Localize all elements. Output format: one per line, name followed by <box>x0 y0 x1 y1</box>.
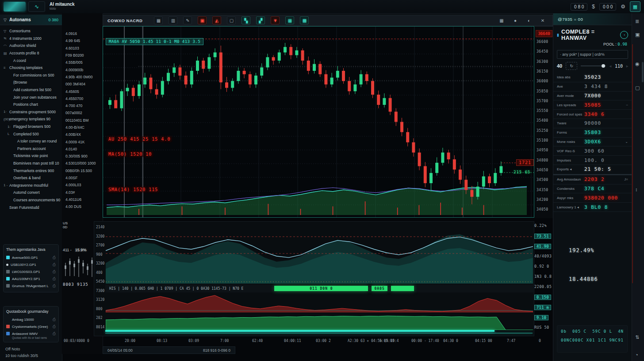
quote-value[interactable]: 4.60103 <box>62 45 103 52</box>
sidebar-item[interactable]: Partners account <box>0 145 62 153</box>
dollar-icon[interactable]: $ <box>592 4 595 10</box>
time-axis[interactable]: 00:03/4000 020:0008:1303:097:0062:4004:0… <box>62 338 554 344</box>
card-row[interactable]: Ambag 15000⎙ <box>6 316 56 323</box>
sidebar-item[interactable]: For commissions on 500 <box>0 72 62 79</box>
panel-icon[interactable]: ▣ <box>635 32 640 38</box>
sidebar-item[interactable]: (Browse <box>0 79 62 86</box>
close-icon[interactable]: ✕ <box>539 17 547 24</box>
printer-icon[interactable]: ⎙ <box>53 331 56 336</box>
target-icon[interactable]: ◉ <box>635 61 640 67</box>
clock-icon[interactable]: ◔ <box>635 352 638 357</box>
tool-tool-icon[interactable]: ▥ <box>169 16 177 24</box>
layout-grid-icon[interactable]: ▦ <box>498 17 506 24</box>
sidebar-item[interactable]: ▤Accounts profile 8 <box>0 50 62 57</box>
layers-icon[interactable]: ≣ <box>635 19 639 24</box>
quote-value[interactable]: 4.00B/4X <box>62 131 103 138</box>
sidebar-item[interactable]: 1 -Antegravenne mouthful <box>0 181 62 189</box>
half-circle-icon[interactable]: ◐ <box>525 17 533 24</box>
sidebar-header[interactable]: ▽ Autonams 0 380 <box>0 15 62 25</box>
sidebar-item[interactable]: Courses announcements 90 <box>0 196 62 204</box>
sidebar-item[interactable]: Tickismiss vote point <box>0 152 62 160</box>
quote-value[interactable]: 00110401 BM <box>62 117 103 124</box>
teal-tool-icon[interactable]: ▩ <box>300 16 309 24</box>
quote-value[interactable]: 4.4550700 <box>62 95 103 102</box>
quote-value[interactable]: 007a0002 <box>62 109 103 116</box>
sidebar-item[interactable]: ◠Authorize shield <box>0 42 62 50</box>
resize-icon[interactable]: ↕ <box>635 187 638 192</box>
quote-value[interactable]: 4.0009 41K <box>62 138 103 145</box>
card-row[interactable]: Crystonmarkets (Gree)⎙ <box>6 323 56 330</box>
quote-value[interactable]: 4.99 645 <box>62 37 103 44</box>
teal-tool-icon[interactable]: ▦ <box>285 16 294 24</box>
quote-value[interactable]: 4.53010/000 1000 <box>62 160 103 167</box>
printer-icon[interactable]: ⎙ <box>53 284 56 288</box>
card-row[interactable]: Avenue500.GP1⎙ <box>6 254 56 261</box>
red-tool-icon[interactable]: ▣ <box>198 16 207 24</box>
printer-icon[interactable]: ⎙ <box>53 269 56 274</box>
sidebar-item[interactable]: ≒4 Instruments 1000 <box>0 35 62 42</box>
quote-value[interactable]: 000 3M/404 <box>62 81 103 88</box>
sidebar-item[interactable]: LCompleted 500 <box>0 130 62 138</box>
sort-icon[interactable]: ⇅ <box>635 334 639 340</box>
quote-value[interactable]: 4.00 DU5 <box>62 203 103 210</box>
quantity-slider[interactable] <box>581 65 606 66</box>
sidebar-item[interactable]: Thermarkets entires 900 <box>0 167 62 174</box>
tool-tool-icon[interactable]: ✎ <box>183 16 192 24</box>
quote-value[interactable]: 4.45605 <box>62 88 103 95</box>
stepper-arrow-right-icon[interactable]: ▹ <box>626 64 628 68</box>
stepper-arrows-icon[interactable]: ◃ <box>610 64 611 68</box>
quote-value[interactable]: 4.0916 <box>62 30 103 37</box>
printer-icon[interactable]: ⎙ <box>53 255 56 260</box>
teal-tool-icon[interactable]: ▚ <box>242 16 250 24</box>
sidebar-item[interactable]: Overbes & band <box>0 174 62 182</box>
sidebar-item[interactable]: ▽Consortiums <box>0 27 62 35</box>
sidebar-item[interactable]: Sean Futurestudd <box>0 204 62 211</box>
square-icon[interactable]: ▢ <box>635 85 640 91</box>
tool-tool-icon[interactable]: ▦ <box>154 16 163 24</box>
card-row[interactable]: USB100Y2.GP1⎙ <box>6 261 56 268</box>
indicator-panel[interactable]: 2140320027009003200400545073003120800202… <box>94 221 534 336</box>
quote-value[interactable]: 4-700 470 <box>62 102 103 109</box>
quote-value[interactable]: 00B0/0h 15.500 <box>62 167 103 174</box>
order-row-trailing-icon[interactable]: J= <box>624 177 628 181</box>
quote-value[interactable]: F09 B0200 <box>62 52 103 59</box>
order-row-trailing-icon[interactable]: ⌄ <box>625 140 628 144</box>
card-row[interactable]: LWO100S03.GP1⎙ <box>6 268 56 275</box>
candlestick-chart-panel[interactable]: MA0A AV 5050 1.45 11 0-1 M0 413 3.5 AU 2… <box>103 26 534 218</box>
sidebar-item[interactable]: (00)emergency templates 90 <box>0 115 62 123</box>
quote-value[interactable]: 0.30/005 900 <box>62 153 103 160</box>
order-row-trailing-icon[interactable]: ~ <box>626 103 628 107</box>
sidebar-item[interactable]: Automd convert <box>0 189 62 196</box>
tool-tool-icon[interactable]: ▢ <box>227 16 236 24</box>
quote-value[interactable]: 4.000900b <box>62 66 103 73</box>
quote-value[interactable]: 4.55B/005 <box>62 59 103 66</box>
sidebar-item[interactable]: Join your own substances <box>0 93 62 101</box>
sidebar-item[interactable]: ≡Choosing templates <box>0 64 62 72</box>
sidebar-item[interactable]: Positions chart <box>0 101 62 108</box>
red-tool-icon[interactable]: ▼ <box>271 16 280 24</box>
sidebar-item[interactable]: 1:Flagged browsers 500 <box>0 123 62 131</box>
printer-icon[interactable]: ⎙ <box>53 262 56 267</box>
price-axis[interactable]: 36640 3660036450363003615036000358503570… <box>535 26 553 218</box>
sidebar-item[interactable]: A toler convey an round <box>0 138 62 145</box>
teal-tool-icon[interactable]: ▞ <box>256 16 265 24</box>
sidebar-item[interactable]: A coord <box>0 57 62 64</box>
slider-knob[interactable] <box>602 64 605 68</box>
printer-icon[interactable]: ⎙ <box>53 317 56 322</box>
quote-value[interactable]: 4.4011U6 <box>62 196 103 203</box>
dial-icon[interactable]: ↻ <box>566 62 577 70</box>
sidebar-item[interactable]: Biominives man post trill 10 <box>0 160 62 167</box>
refresh-circle-icon[interactable]: ◔ <box>620 31 628 39</box>
red-tool-icon[interactable]: ◭ <box>212 16 221 24</box>
grid-toggle-button[interactable]: ▦ <box>630 1 640 12</box>
quote-value[interactable]: 4.000L03 <box>62 181 103 188</box>
sidebar-item[interactable]: 1·Constrains groupment 5000 <box>0 108 62 116</box>
record-icon[interactable]: ● <box>511 17 519 24</box>
card-row[interactable]: AAU100MY2.SP1⎙ <box>6 275 56 282</box>
order-type-input[interactable]: · any pok* | suppor | ordr% <box>557 50 628 59</box>
quote-value[interactable]: 4.0140 <box>62 146 103 153</box>
quote-value[interactable]: 4.00SF <box>62 174 103 181</box>
sidebar-item[interactable]: Add customers list 500 <box>0 86 62 94</box>
card-row[interactable]: Grumus 7thAgentsert L⎙ <box>6 282 56 289</box>
printer-icon[interactable]: ⎙ <box>53 324 56 329</box>
